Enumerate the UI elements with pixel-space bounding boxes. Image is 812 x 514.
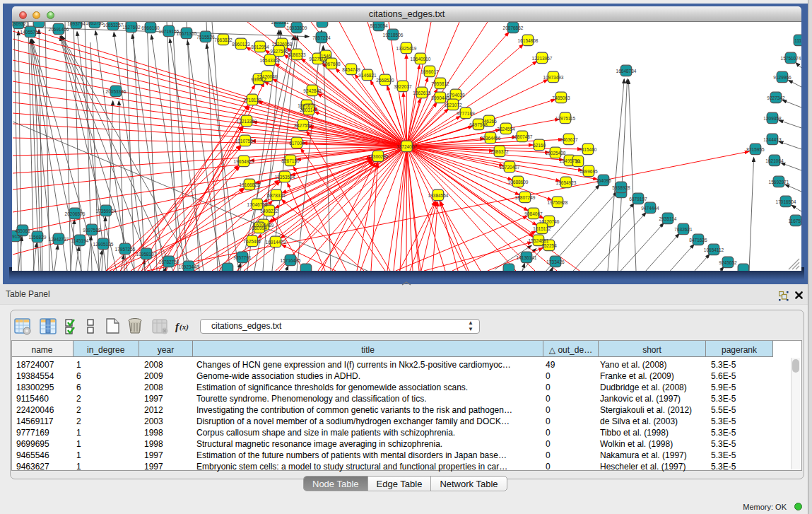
svg-text:10025438: 10025438 (546, 151, 566, 156)
svg-text:20364456: 20364456 (481, 136, 501, 141)
svg-text:15226058: 15226058 (272, 42, 293, 47)
svg-text:7857224: 7857224 (312, 35, 331, 40)
svg-text:1603381: 1603381 (271, 22, 289, 25)
svg-text:8454749: 8454749 (342, 67, 360, 72)
svg-text:9115460: 9115460 (579, 147, 597, 152)
svg-text:1156829: 1156829 (29, 235, 47, 240)
svg-text:18807249: 18807249 (515, 195, 536, 200)
svg-text:1112: 1112 (794, 38, 801, 43)
svg-text:8813054: 8813054 (370, 23, 388, 28)
svg-text:9084067: 9084067 (524, 211, 543, 216)
svg-text:1527602: 1527602 (122, 25, 141, 30)
svg-text:13325419: 13325419 (396, 46, 417, 51)
svg-text:16782759: 16782759 (159, 259, 180, 264)
svg-text:8215955: 8215955 (746, 147, 765, 152)
svg-text:1696017: 1696017 (420, 69, 439, 74)
svg-text:746266: 746266 (481, 119, 497, 124)
svg-text:10923448: 10923448 (179, 264, 199, 269)
svg-text:12905135: 12905135 (93, 242, 114, 247)
svg-text:19654925: 19654925 (234, 159, 254, 164)
svg-text:5878334: 5878334 (267, 193, 286, 198)
svg-text:15751074: 15751074 (781, 56, 801, 61)
svg-text:16648784: 16648784 (616, 69, 637, 74)
svg-text:5498222: 5498222 (260, 209, 278, 214)
svg-text:8471626: 8471626 (689, 238, 707, 243)
svg-text:9245652: 9245652 (719, 260, 737, 265)
svg-text:17046755: 17046755 (247, 202, 268, 207)
svg-text:3824554: 3824554 (497, 127, 515, 132)
svg-text:2718120: 2718120 (243, 98, 261, 103)
svg-text:18640910: 18640910 (411, 57, 431, 62)
svg-text:8912954: 8912954 (251, 45, 269, 49)
svg-text:15692971: 15692971 (769, 180, 789, 185)
svg-text:19654923: 19654923 (556, 180, 577, 185)
svg-text:10958107: 10958107 (136, 252, 157, 257)
svg-text:20206576: 20206576 (65, 211, 86, 216)
svg-text:7632621: 7632621 (674, 227, 693, 232)
svg-text:64: 64 (575, 159, 581, 164)
svg-text:1093795: 1093795 (86, 22, 104, 25)
svg-text:10107554: 10107554 (235, 139, 256, 144)
svg-text:439159: 439159 (12, 234, 23, 239)
svg-text:617004: 617004 (289, 141, 305, 146)
svg-text:1621072: 1621072 (444, 103, 462, 107)
svg-text:2803144: 2803144 (300, 107, 318, 112)
svg-text:435061: 435061 (15, 228, 30, 233)
svg-text:9857791: 9857791 (233, 255, 252, 260)
svg-text:18724007: 18724007 (396, 144, 417, 149)
svg-text:8267150: 8267150 (281, 158, 300, 163)
svg-text:11353594: 11353594 (275, 175, 295, 180)
svg-text:1546: 1546 (321, 54, 331, 59)
svg-text:1362615: 1362615 (413, 90, 431, 95)
svg-text:15720407: 15720407 (500, 165, 520, 170)
svg-text:14136141: 14136141 (517, 255, 537, 260)
svg-text:10973493: 10973493 (543, 75, 564, 80)
svg-text:20876862: 20876862 (503, 25, 524, 30)
svg-text:8427552: 8427552 (294, 123, 312, 128)
svg-text:16154808: 16154808 (518, 38, 539, 43)
svg-text:9146821: 9146821 (358, 73, 377, 78)
svg-text:8186323: 8186323 (288, 52, 306, 57)
svg-text:164095: 164095 (596, 178, 611, 183)
svg-text:6794028: 6794028 (447, 93, 465, 98)
svg-text:17359924: 17359924 (96, 209, 117, 214)
svg-text:15716485: 15716485 (281, 258, 301, 263)
svg-text:16543362: 16543362 (260, 58, 281, 63)
svg-text:22420046: 22420046 (257, 74, 278, 79)
svg-text:7625402: 7625402 (243, 239, 261, 244)
svg-text:19384554: 19384554 (428, 193, 449, 198)
svg-text:2067608: 2067608 (322, 62, 341, 66)
svg-text:9777169: 9777169 (457, 111, 475, 116)
svg-text:18300295: 18300295 (368, 154, 389, 159)
svg-text:8960123: 8960123 (232, 42, 250, 47)
svg-text:116753: 116753 (788, 218, 801, 223)
svg-text:7663822: 7663822 (214, 37, 233, 42)
svg-text:5938928: 5938928 (612, 185, 630, 190)
svg-text:12975115: 12975115 (555, 116, 576, 121)
svg-text:16120746: 16120746 (539, 219, 560, 224)
svg-text:3822037: 3822037 (394, 84, 412, 89)
svg-text:6899695: 6899695 (579, 169, 598, 174)
svg-text:9227342: 9227342 (767, 95, 785, 100)
svg-text:9474444: 9474444 (641, 206, 659, 211)
svg-text:12942737: 12942737 (49, 237, 69, 242)
svg-text:9242843: 9242843 (303, 88, 322, 93)
svg-text:1244413: 1244413 (763, 137, 782, 142)
svg-text:1209358: 1209358 (763, 116, 782, 121)
svg-text:14055712: 14055712 (20, 30, 41, 35)
svg-text:10653257: 10653257 (103, 23, 124, 28)
svg-text:160994: 160994 (252, 226, 267, 230)
svg-text:9327506: 9327506 (270, 49, 288, 54)
svg-text:1615132: 1615132 (533, 226, 551, 231)
svg-text:19756928: 19756928 (548, 200, 568, 205)
svg-text:12213369: 12213369 (237, 119, 257, 124)
svg-text:20053346: 20053346 (106, 89, 126, 94)
svg-text:9463627: 9463627 (560, 137, 578, 142)
svg-text:16914479: 16914479 (266, 240, 286, 245)
svg-text:20369321: 20369321 (12, 22, 29, 26)
svg-text:9397588: 9397588 (83, 228, 101, 233)
svg-text:7515526: 7515526 (196, 35, 215, 40)
svg-text:7485063: 7485063 (552, 95, 570, 100)
svg-text:7955812: 7955812 (431, 81, 449, 86)
svg-text:1733426: 1733426 (546, 259, 565, 264)
